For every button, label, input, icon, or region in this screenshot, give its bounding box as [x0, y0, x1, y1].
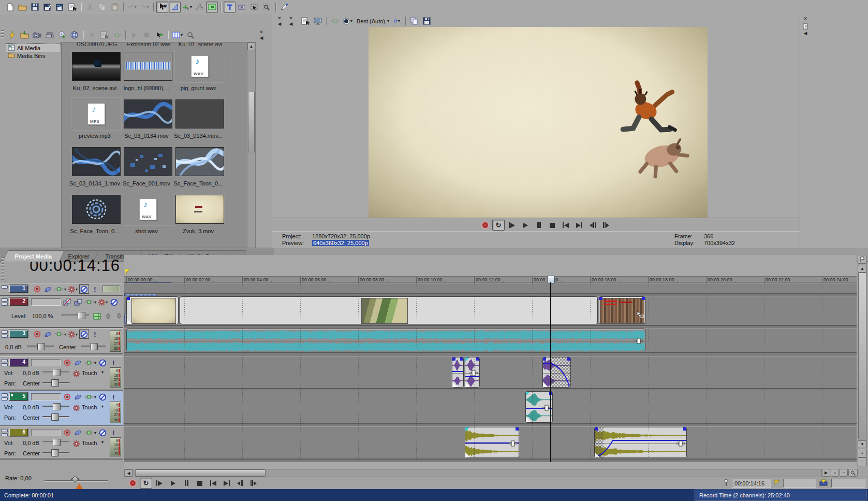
track-vol-slider[interactable] — [37, 343, 45, 350]
close-icon[interactable]: ✕ — [258, 30, 264, 35]
track-mini-level-bar[interactable] — [102, 285, 120, 292]
track-collapse-icon[interactable] — [2, 298, 8, 306]
audio-event[interactable] — [525, 391, 553, 423]
media-fx-button[interactable] — [111, 30, 123, 41]
solo-track[interactable]: ! — [109, 428, 119, 437]
preview-play-button[interactable] — [519, 220, 532, 231]
overlays-grid-button[interactable]: #▾ — [391, 16, 403, 27]
media-item[interactable]: Zvuk_3.mov — [174, 193, 226, 239]
track-collapse-icon[interactable] — [2, 359, 8, 366]
marker-bar[interactable] — [124, 255, 857, 276]
playhead-handle[interactable] — [548, 276, 555, 283]
automation-device[interactable]: ▾ — [84, 297, 97, 307]
automation-device[interactable]: ▾ — [84, 358, 97, 367]
timeline-stop-button[interactable] — [194, 478, 206, 489]
lock-envelopes-button[interactable] — [248, 2, 260, 13]
solo-track[interactable]: ! — [90, 284, 100, 294]
undo-dropdown-icon[interactable]: ▾ — [135, 5, 137, 9]
automation-device-dropdown-icon[interactable]: ▾ — [64, 287, 66, 292]
mute-track[interactable] — [98, 428, 108, 437]
remove-selected-media-button[interactable]: ✕ — [86, 30, 98, 41]
preview-quality-label-button[interactable]: Best (Auto)▾ — [354, 16, 390, 27]
close-icon[interactable]: ✕ — [802, 16, 808, 22]
audio-event[interactable] — [465, 357, 480, 388]
event-gain-handle-icon[interactable] — [542, 405, 551, 412]
track-pan-slider[interactable] — [51, 449, 59, 456]
automation-settings-button[interactable] — [206, 2, 218, 13]
search-media-button[interactable] — [184, 30, 196, 41]
auto-ripple-button[interactable] — [236, 2, 248, 13]
timeline-h-scrollbar[interactable]: ◀ — [124, 469, 822, 477]
solo-track[interactable]: ! — [90, 330, 100, 339]
video-event[interactable] — [599, 296, 645, 324]
media-item[interactable]: Sc_Face_Toon_0... — [71, 193, 123, 239]
mute-track[interactable] — [109, 297, 119, 307]
split-screen-view-button[interactable] — [329, 16, 341, 27]
track-collapse-icon[interactable] — [2, 285, 8, 289]
track-name-field[interactable] — [31, 298, 61, 306]
mute-track[interactable] — [79, 284, 89, 294]
loop-length-box[interactable] — [831, 479, 865, 488]
preview-quality-button[interactable]: ▾ — [342, 16, 354, 27]
edit-tool-dropdown-dropdown-icon[interactable]: ▾ — [190, 5, 192, 9]
track-vol-slider[interactable] — [53, 439, 61, 446]
preview-quality-label-dropdown-icon[interactable]: ▾ — [387, 19, 389, 23]
track-name-field[interactable] — [31, 429, 61, 436]
compositing-mode[interactable] — [73, 428, 83, 437]
media-item[interactable]: logo_bl (00000).... — [123, 50, 174, 96]
parent-compositing[interactable] — [62, 297, 72, 307]
track-collapse-icon[interactable] — [2, 331, 8, 338]
collapse-icon[interactable]: ◀ — [276, 21, 283, 27]
timeline-previous-frame-button[interactable] — [234, 478, 246, 489]
auto-preview-button[interactable] — [6, 30, 18, 41]
event-gain-handle-icon[interactable] — [469, 370, 478, 377]
collapse-icon[interactable]: ◀ — [258, 35, 264, 41]
cut-button[interactable] — [84, 2, 96, 13]
preview-previous-frame-button[interactable] — [586, 220, 599, 231]
zoom-out-track-icon[interactable]: − — [858, 457, 867, 466]
get-media-from-web-button[interactable] — [68, 30, 80, 41]
redo-button[interactable]: ↷▾ — [139, 2, 151, 13]
track-header-2[interactable]: 2▾▾!Level:100,0 % — [0, 296, 123, 328]
selection-start-box[interactable] — [783, 479, 816, 488]
h-scroll-thumb[interactable] — [135, 469, 266, 477]
zoom-out-time-icon[interactable]: − — [840, 469, 848, 477]
timeline-next-frame-button[interactable] — [247, 478, 260, 489]
save-snapshot-button[interactable] — [421, 16, 433, 27]
timeline-play-button[interactable] — [167, 478, 179, 489]
preview-go-to-start-button[interactable] — [560, 220, 572, 231]
track-fx[interactable]: ▾ — [68, 330, 78, 339]
audio-event[interactable] — [465, 427, 519, 458]
compositing-mode[interactable] — [73, 392, 83, 402]
timeline-record-button[interactable] — [126, 478, 139, 489]
tab-project-media[interactable]: Project Media — [3, 250, 64, 262]
get-photo-button[interactable] — [43, 30, 55, 41]
media-scroll-thumb[interactable] — [248, 92, 255, 152]
automation-device-dropdown-icon[interactable]: ▾ — [64, 332, 66, 337]
preview-external-monitor-button[interactable] — [312, 16, 323, 27]
arm-for-record[interactable] — [32, 330, 42, 339]
automation-mode-dropdown-icon[interactable]: ▾ — [101, 370, 104, 375]
views-button[interactable]: ▾ — [171, 30, 184, 41]
ignore-event-grouping-button[interactable] — [194, 2, 205, 13]
zoom-in-track-icon[interactable]: ＋ — [858, 449, 867, 457]
render-as-button[interactable]: ? — [41, 2, 53, 13]
track-fx-dropdown-icon[interactable]: ▾ — [106, 300, 108, 305]
make-compositing-child[interactable] — [114, 311, 124, 321]
track-header-4[interactable]: 4▾!Vol:0,0 dBTouch▾Pan:Center9182736 — [0, 356, 123, 391]
event-gain-handle-icon[interactable] — [509, 440, 517, 448]
preview-quality-dropdown-icon[interactable]: ▾ — [350, 19, 352, 23]
mute-track[interactable] — [98, 358, 108, 367]
auto-preview-cursor-button[interactable] — [153, 30, 165, 41]
audio-event-music[interactable] — [126, 328, 645, 351]
marker-tool-icon[interactable] — [858, 255, 867, 264]
normal-edit-tool-button[interactable]: ✱ — [156, 2, 168, 13]
automation-device[interactable]: ▾ — [54, 330, 67, 339]
compositing-mode[interactable] — [43, 330, 53, 339]
scroll-right-icon[interactable]: ▶ — [822, 469, 830, 477]
scroll-down-icon[interactable]: ▼ — [858, 440, 867, 448]
dock-properties-icon[interactable] — [802, 23, 808, 29]
new-project-button[interactable] — [4, 2, 16, 13]
solo-track[interactable]: ! — [109, 358, 119, 367]
track-pan-slider[interactable] — [51, 413, 59, 421]
